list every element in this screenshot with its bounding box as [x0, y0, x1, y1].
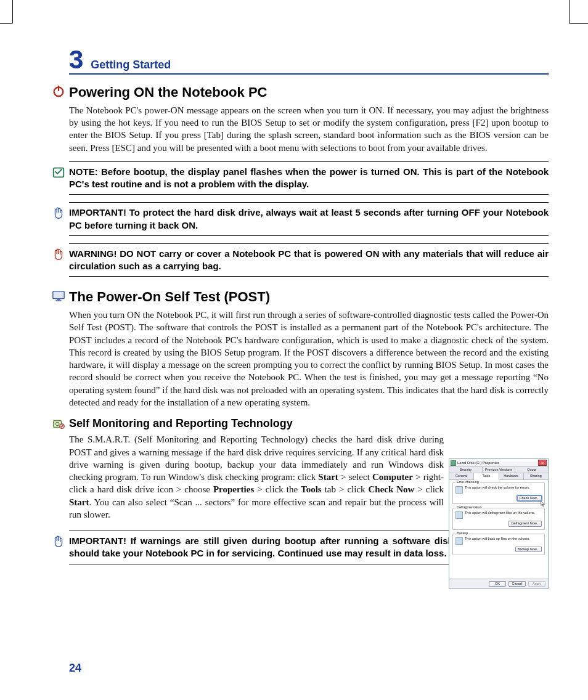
drive-icon: [451, 460, 456, 466]
backup-desc: This option will back up files on the vo…: [465, 537, 542, 541]
ok-button[interactable]: OK: [489, 581, 506, 587]
sep: >: [254, 484, 265, 494]
cursor-icon: [541, 501, 545, 507]
important-1-text: IMPORTANT! To protect the hard disk driv…: [69, 206, 549, 232]
legend-defragmentation: Defragmentation: [455, 505, 483, 510]
note-text: NOTE: Before bootup, the display panel f…: [69, 166, 549, 191]
crop-mark: [569, 0, 570, 23]
group-error-checking: Error-checking This option will check th…: [452, 482, 545, 504]
crop-mark: [0, 23, 12, 24]
hand-stop-icon: [52, 535, 65, 548]
svg-rect-4: [57, 299, 60, 301]
defragmentation-desc: This option will defragment files on the…: [465, 511, 542, 515]
kw-start: Start: [318, 472, 338, 482]
dialog-tabs-row2: General Tools Hardware Sharing: [449, 473, 548, 479]
svg-rect-5: [55, 301, 61, 301]
section-post: The Power-On Self Test (POST) When you t…: [69, 288, 549, 409]
callout-note: NOTE: Before bootup, the display panel f…: [69, 161, 549, 195]
sep: >: [413, 472, 423, 482]
chapter-number: 3: [69, 48, 83, 71]
manual-page: 3 Getting Started Powering ON the Notebo…: [0, 0, 588, 700]
warning-text: WARNING! DO NOT carry or cover a Noteboo…: [69, 248, 549, 273]
tab-security[interactable]: Security: [449, 467, 483, 473]
error-checking-icon: [455, 486, 463, 494]
hand-stop-icon: [52, 206, 65, 220]
kw-tools: Tools: [301, 484, 322, 494]
callout-important-1: IMPORTANT! To protect the hard disk driv…: [69, 202, 549, 236]
dialog-title: Local Disk (C:) Properties: [457, 460, 499, 465]
dialog-tabs-row1: Security Previous Versions Quota: [449, 467, 548, 473]
cancel-button[interactable]: Cancel: [508, 581, 526, 587]
monitor-icon: [52, 289, 65, 303]
sep: >: [414, 484, 425, 494]
tab-general[interactable]: General: [449, 473, 474, 479]
note-icon: [52, 166, 65, 179]
svg-rect-3: [53, 291, 64, 299]
group-backup: Backup This option will back up files on…: [452, 534, 545, 555]
smart-text: click: [426, 484, 444, 494]
smart-text: click the: [266, 484, 301, 494]
page-number: 24: [69, 661, 81, 675]
dialog-titlebar: Local Disk (C:) Properties ×: [449, 459, 548, 467]
smart-text: . You can also select “Scan ... sectors”…: [69, 497, 444, 519]
dialog-panel: Error-checking This option will check th…: [449, 480, 548, 579]
legend-backup: Backup: [455, 531, 469, 535]
chapter-title: Getting Started: [91, 57, 171, 72]
apply-button[interactable]: Apply: [528, 581, 545, 587]
backup-icon: [455, 537, 463, 545]
group-defragmentation: Defragmentation This option will defragm…: [452, 508, 545, 529]
tab-hardware[interactable]: Hardware: [499, 473, 524, 479]
warning-hand-icon: [52, 248, 65, 261]
sep: >: [338, 472, 349, 482]
chapter-header: 3 Getting Started: [69, 48, 549, 75]
tab-quota[interactable]: Quota: [515, 467, 548, 473]
tab-tools[interactable]: Tools: [474, 473, 499, 479]
kw-start2: Start: [69, 497, 89, 507]
legend-error-checking: Error-checking: [455, 480, 480, 484]
backup-now-button[interactable]: Backup Now...: [515, 547, 542, 552]
crop-mark: [570, 23, 588, 24]
heading-post: The Power-On Self Test (POST): [69, 288, 549, 306]
crop-mark: [12, 0, 13, 23]
smart-text: select: [349, 472, 372, 482]
check-now-button[interactable]: Check Now...: [517, 495, 542, 501]
drive-check-icon: [52, 417, 65, 431]
body-post: When you turn ON the Notebook PC, it wil…: [69, 309, 549, 409]
callout-warning: WARNING! DO NOT carry or cover a Noteboo…: [69, 243, 549, 277]
kw-computer: Computer: [372, 472, 413, 482]
dialog-footer: OK Cancel Apply: [449, 579, 548, 588]
kw-properties: Properties: [213, 484, 254, 494]
body-powering-on: The Notebook PC's power-ON message appea…: [69, 104, 549, 154]
error-checking-desc: This option will check the volume for er…: [465, 486, 542, 490]
tab-sharing[interactable]: Sharing: [524, 473, 548, 479]
figure-disk-properties-dialog: Local Disk (C:) Properties × Security Pr…: [449, 458, 549, 589]
defragment-now-button[interactable]: Defragment Now...: [508, 521, 542, 526]
tab-previous-versions[interactable]: Previous Versions: [483, 467, 516, 473]
power-icon: [52, 84, 65, 98]
smart-text: tab > click: [322, 484, 369, 494]
section-powering-on: Powering ON the Notebook PC The Notebook…: [69, 83, 549, 154]
defragmentation-icon: [455, 511, 463, 519]
heading-smart: Self Monitoring and Reporting Technology: [69, 416, 549, 431]
heading-powering-on: Powering ON the Notebook PC: [69, 83, 549, 102]
kw-check-now: Check Now: [369, 484, 415, 494]
close-icon[interactable]: ×: [538, 460, 547, 466]
